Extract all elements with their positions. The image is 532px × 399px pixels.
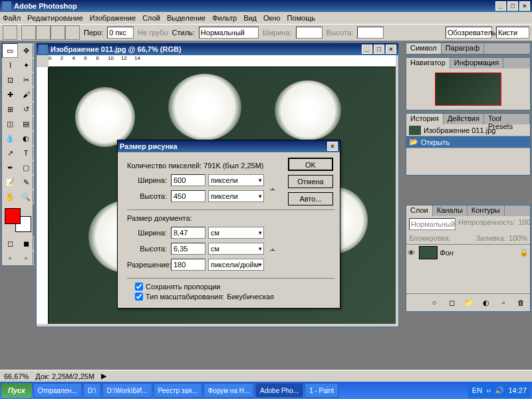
doc-width-unit[interactable]: см [208,227,264,239]
zoom-level[interactable]: 66,67% [4,372,29,380]
dodge-tool[interactable]: ◐ [18,131,34,146]
new-layer-button[interactable]: ▫ [495,295,511,310]
auto-button[interactable]: Авто... [288,192,333,205]
eraser-tool[interactable]: ◫ [2,116,18,131]
task-1[interactable]: Отправлен... [33,383,82,398]
style-select[interactable]: Нормальный [199,27,259,39]
screen-mode-1[interactable]: ▫ [2,251,18,265]
menu-image[interactable]: Изображение [90,14,136,22]
move-tool[interactable]: ✥ [18,43,34,58]
color-swatch[interactable] [3,207,33,233]
layer-mask-button[interactable]: ◻ [444,295,460,310]
task-5[interactable]: Форум на Н... [203,383,255,398]
tab-history[interactable]: История [406,114,444,124]
hand-tool[interactable]: ✋ [2,190,18,204]
standard-mode[interactable]: ◻ [2,236,18,251]
selection-new-button[interactable] [21,25,36,40]
task-6[interactable]: Adobe Pho... [255,383,303,398]
start-button[interactable]: Пуск [1,383,32,398]
language-indicator[interactable]: EN [472,386,482,394]
tab-layers[interactable]: Слои [406,205,433,216]
wand-tool[interactable]: ✦ [18,58,34,72]
menu-file[interactable]: Файл [3,14,21,22]
dialog-close-button[interactable]: × [327,142,338,151]
history-brush-tool[interactable]: ↺ [18,102,34,116]
type-tool[interactable]: T [18,146,34,160]
clock[interactable]: 14:27 [508,386,527,394]
adjustment-button[interactable]: ◐ [478,295,494,310]
navigator-thumb[interactable] [435,72,501,106]
tab-actions[interactable]: Действия [444,114,484,124]
menu-edit[interactable]: Редактирование [27,14,83,22]
brush-tool[interactable]: 🖌 [18,87,34,102]
tab-paragraph[interactable]: Параграф [442,43,485,54]
healing-tool[interactable]: ✚ [2,87,18,102]
pen-tool[interactable]: ✒ [2,160,18,175]
foreground-color[interactable] [5,208,21,224]
shape-tool[interactable]: ▢ [18,160,34,175]
menu-help[interactable]: Помощь [287,14,316,22]
task-2[interactable]: D:\ [83,383,101,398]
tool-preset-button[interactable] [3,25,17,40]
selection-sub-button[interactable] [51,25,65,40]
tab-symbol[interactable]: Символ [406,43,442,54]
doc-minimize-button[interactable]: _ [362,45,372,54]
new-folder-button[interactable]: 📁 [461,295,477,310]
stamp-tool[interactable]: ⊞ [2,102,18,116]
screen-mode-2[interactable]: ▫ [18,251,34,265]
quickmask-mode[interactable]: ◼ [18,236,34,251]
tab-channels[interactable]: Каналы [433,205,467,216]
task-3[interactable]: D:\Work\БИ... [102,383,152,398]
menu-filter[interactable]: Фильтр [212,14,237,22]
doc-height-input[interactable] [171,243,205,255]
menu-window[interactable]: Окно [263,14,281,22]
maximize-button[interactable]: □ [507,1,518,11]
tray-icon[interactable]: 🔊 [495,386,504,395]
selection-add-button[interactable] [36,25,51,40]
constrain-checkbox[interactable] [135,283,143,291]
selection-int-button[interactable] [65,25,80,40]
marquee-tool[interactable]: ▭ [2,43,18,58]
zoom-tool[interactable]: 🔍 [18,190,34,204]
cancel-button[interactable]: Отмена [288,175,333,188]
browser-button[interactable]: Обозреватель [446,27,492,39]
tab-tool-presets[interactable]: Tool Presets [484,114,530,124]
eyedropper-tool[interactable]: ✎ [18,175,34,190]
pixel-height-input[interactable] [171,190,205,202]
notes-tool[interactable]: 📝 [2,175,18,190]
tab-info[interactable]: Информация [450,58,503,68]
brushes-button[interactable]: Кисти [496,27,529,39]
doc-close-button[interactable]: × [386,45,396,54]
resample-checkbox[interactable] [135,293,143,301]
doc-width-input[interactable] [171,227,205,239]
history-state-open[interactable]: 📂 Открыть [406,136,530,148]
doc-height-unit[interactable]: см [208,243,264,255]
menu-select[interactable]: Выделение [167,14,205,22]
menu-layer[interactable]: Слой [142,14,160,22]
ok-button[interactable]: OK [288,158,333,171]
pixel-width-unit[interactable]: пиксели [208,174,264,186]
tab-paths[interactable]: Контуры [467,205,505,216]
doc-maximize-button[interactable]: □ [374,45,384,54]
gradient-tool[interactable]: ▤ [18,116,34,131]
status-arrow-icon[interactable]: ▶ [101,372,106,380]
pixel-height-unit[interactable]: пиксели [208,190,264,202]
resolution-input[interactable] [171,259,205,271]
pixel-width-input[interactable] [171,174,205,186]
tab-navigator[interactable]: Навигатор [406,58,450,68]
path-tool[interactable]: ↗ [2,146,18,160]
slice-tool[interactable]: ✂ [18,72,34,87]
crop-tool[interactable]: ⊡ [2,72,18,87]
menu-view[interactable]: Вид [243,14,257,22]
resolution-unit[interactable]: пиксели/дюйм [208,259,264,271]
blur-tool[interactable]: 💧 [2,131,18,146]
delete-layer-button[interactable]: 🗑 [513,295,529,310]
visibility-icon[interactable]: 👁 [408,249,417,257]
task-7[interactable]: 1 - Paint [305,383,338,398]
doc-size-status[interactable]: Док: 2,25M/2,25M [35,372,94,380]
feather-input[interactable] [107,27,134,39]
resample-select[interactable]: Бикубическая [227,293,293,301]
task-4[interactable]: Реестр зая... [154,383,202,398]
tray-icon[interactable]: ‹‹ [486,386,491,394]
lasso-tool[interactable]: ⌇ [2,58,18,72]
